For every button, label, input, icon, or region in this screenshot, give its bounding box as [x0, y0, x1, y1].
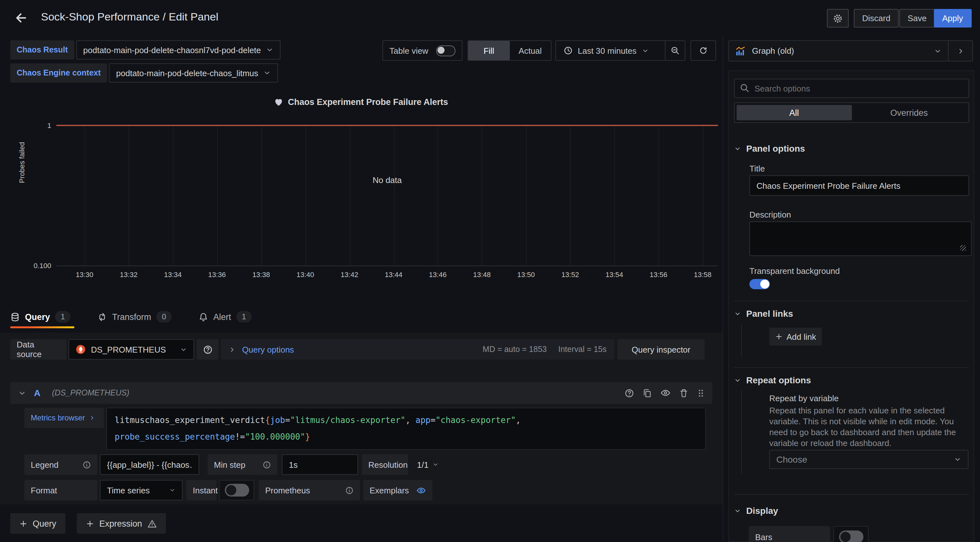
save-button[interactable]: Save	[899, 9, 935, 27]
gridline	[659, 125, 659, 266]
bars-switch[interactable]	[839, 531, 863, 542]
variable-value-chaos-result[interactable]: podtato-main-pod-delete-chaosnl7vd-pod-d…	[76, 40, 281, 60]
gridline	[349, 125, 350, 266]
display-header-label: Display	[746, 506, 778, 516]
tab-transform-count: 0	[156, 311, 172, 323]
collapse-chevron-icon[interactable]	[18, 389, 26, 397]
refresh-button[interactable]	[690, 40, 716, 61]
info-circle-icon	[262, 460, 271, 469]
fill-option[interactable]: Fill	[468, 41, 509, 60]
add-expression-label: Expression	[99, 519, 142, 528]
add-query-button[interactable]: Query	[10, 513, 65, 534]
zoom-out-time-button[interactable]	[665, 41, 685, 60]
time-range-picker[interactable]: Last 30 minutes	[556, 41, 665, 60]
info-circle-icon	[345, 486, 353, 494]
query-datasource-hint: (DS_PROMETHEUS)	[52, 388, 129, 398]
repeat-variable-select[interactable]: Choose	[769, 450, 969, 469]
promql-line-2: probe_success_percentage!="100.000000"}	[115, 429, 698, 445]
datasource-help-button[interactable]	[197, 339, 218, 360]
display-header[interactable]: Display	[734, 506, 778, 516]
apply-button[interactable]: Apply	[934, 9, 971, 27]
promql-token: "litmus/chaos-exporter"	[290, 415, 406, 425]
tab-query[interactable]: Query 1	[10, 306, 70, 328]
table-view-switch[interactable]	[436, 45, 455, 56]
prometheus-icon	[76, 344, 86, 355]
x-tick-label: 13:34	[164, 271, 181, 278]
trash-icon[interactable]	[679, 388, 689, 398]
section-divider	[734, 367, 969, 368]
instant-switch[interactable]	[224, 484, 249, 496]
resolution-select[interactable]: 1/1	[410, 454, 448, 475]
legend-format-input[interactable]	[100, 454, 199, 475]
tab-alert[interactable]: Alert 1	[199, 306, 252, 328]
eye-icon[interactable]	[660, 388, 671, 398]
toggle-options-pane-button[interactable]	[948, 41, 972, 61]
search-options-input[interactable]	[734, 79, 969, 98]
gridline	[261, 125, 262, 266]
help-circle-icon[interactable]	[625, 388, 634, 398]
query-ref-id: A	[34, 388, 40, 398]
table-view-toggle[interactable]: Table view	[382, 40, 463, 61]
repeat-options-header[interactable]: Repeat options	[734, 375, 811, 385]
format-value: Time series	[107, 485, 150, 495]
add-link-button[interactable]: Add link	[769, 328, 822, 345]
panel-title-input[interactable]	[749, 175, 969, 196]
promql-code-editor[interactable]: litmuschaos_experiment_verdict{job="litm…	[106, 407, 706, 450]
gridline	[305, 125, 306, 266]
discard-button[interactable]: Discard	[854, 9, 899, 27]
heart-icon	[274, 98, 283, 106]
query-options-collapsible[interactable]: Query options MD = auto = 1853 Interval …	[221, 339, 614, 360]
duplicate-icon[interactable]	[643, 388, 652, 398]
chevron-down-icon	[734, 507, 741, 514]
threshold-line	[56, 125, 718, 126]
tab-alert-label: Alert	[213, 312, 231, 322]
chevron-right-icon	[89, 415, 95, 421]
panel-options-pane	[728, 70, 974, 542]
transparent-background-label: Transparent background	[749, 266, 840, 276]
query-row-header[interactable]: A (DS_PROMETHEUS)	[10, 382, 712, 404]
tab-all[interactable]: All	[737, 105, 851, 120]
transparent-background-switch[interactable]	[749, 279, 770, 289]
format-label-box: Format	[24, 480, 97, 501]
x-tick-label: 13:46	[429, 271, 447, 278]
section-divider	[734, 494, 969, 494]
query-options-label: Query options	[242, 345, 294, 354]
refresh-icon	[699, 46, 708, 55]
panel-settings-button[interactable]	[827, 9, 849, 27]
instant-label-box: Instant	[186, 480, 216, 501]
resize-handle-icon[interactable]	[960, 245, 966, 251]
transform-icon	[97, 312, 107, 322]
bars-toggle-box	[833, 526, 869, 542]
x-tick-label: 13:48	[473, 271, 491, 278]
panel-description-textarea[interactable]	[749, 222, 972, 256]
clock-icon	[564, 46, 573, 55]
active-tab-underline	[10, 326, 74, 328]
format-select[interactable]: Time series	[100, 480, 183, 501]
query-inspector-button[interactable]: Query inspector	[617, 339, 705, 360]
variable-chaos-result: Chaos Result podtato-main-pod-delete-cha…	[10, 40, 281, 60]
panel-options-header[interactable]: Panel options	[734, 143, 805, 154]
exemplars-eye-icon[interactable]	[416, 485, 426, 495]
repeat-options-header-label: Repeat options	[746, 375, 811, 385]
tab-overrides[interactable]: Overrides	[851, 105, 967, 120]
datasource-picker[interactable]: DS_PROMETHEUS	[68, 339, 194, 360]
promql-token: !=	[235, 432, 245, 442]
visualization-picker[interactable]: Graph (old)	[728, 40, 973, 62]
drag-handle-icon[interactable]	[697, 388, 705, 398]
variable-label-chaos-engine: Chaos Engine context	[10, 63, 107, 82]
tab-transform[interactable]: Transform 0	[97, 306, 172, 328]
variable-chaos-engine-context: Chaos Engine context podtato-main-pod-de…	[10, 63, 278, 82]
min-step-input[interactable]	[282, 454, 358, 475]
grafana-edit-panel: Sock-Shop Performance / Edit Panel Disca…	[0, 0, 980, 542]
variable-value-chaos-engine[interactable]: podtato-main-pod-delete-chaos_litmus	[109, 63, 278, 82]
chevron-down-icon	[180, 346, 187, 353]
panel-links-header[interactable]: Panel links	[734, 308, 793, 319]
metrics-browser-button[interactable]: Metrics browser	[24, 407, 104, 428]
help-circle-icon	[203, 345, 212, 354]
actual-option[interactable]: Actual	[509, 41, 551, 60]
plot-area[interactable]: No data 13:3013:3213:3413:3613:3813:4013…	[56, 125, 718, 266]
chevron-down-icon	[934, 47, 942, 55]
back-arrow-icon[interactable]	[14, 11, 29, 26]
x-tick-label: 13:30	[76, 271, 93, 278]
add-expression-button[interactable]: Expression	[77, 513, 166, 534]
